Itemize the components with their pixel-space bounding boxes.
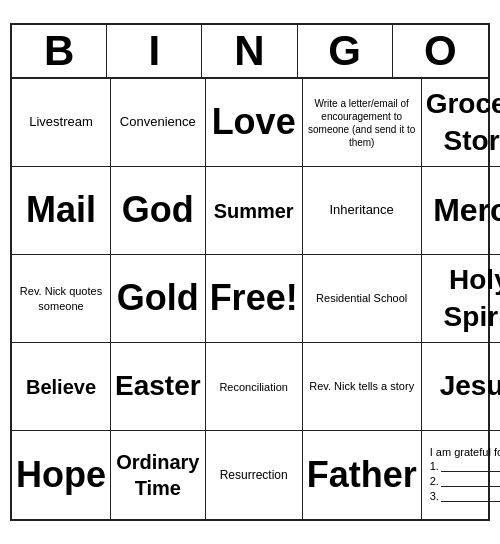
- cell-r2c2: Free!: [206, 255, 303, 343]
- cell-r3c2: Reconciliation: [206, 343, 303, 431]
- cell-r0c2: Love: [206, 79, 303, 167]
- grateful-line-3: 3.: [430, 490, 500, 502]
- grateful-title: I am grateful for:: [430, 446, 500, 458]
- cell-r0c3: Write a letter/email of encouragement to…: [303, 79, 422, 167]
- header-i: I: [107, 25, 202, 77]
- bingo-header: B I N G O: [12, 25, 488, 79]
- cell-r0c4: Grocery Store: [422, 79, 500, 167]
- cell-r2c1: Gold: [111, 255, 206, 343]
- cell-r2c4: Holy Spirit: [422, 255, 500, 343]
- cell-r3c0: Believe: [12, 343, 111, 431]
- cell-r0c0: Livestream: [12, 79, 111, 167]
- cell-r1c4: Mercy: [422, 167, 500, 255]
- cell-r4c2: Resurrection: [206, 431, 303, 519]
- cell-r1c1: God: [111, 167, 206, 255]
- cell-r4c1: Ordinary Time: [111, 431, 206, 519]
- grateful-line-1: 1.: [430, 460, 500, 472]
- bingo-card: B I N G O Livestream Convenience Love Wr…: [10, 23, 490, 521]
- header-g: G: [298, 25, 393, 77]
- cell-r3c1: Easter: [111, 343, 206, 431]
- cell-r1c3: Inheritance: [303, 167, 422, 255]
- cell-r0c1: Convenience: [111, 79, 206, 167]
- header-n: N: [202, 25, 297, 77]
- bingo-grid: Livestream Convenience Love Write a lett…: [12, 79, 488, 519]
- cell-r4c3: Father: [303, 431, 422, 519]
- grateful-section: I am grateful for: 1. 2. 3.: [426, 442, 500, 509]
- header-o: O: [393, 25, 488, 77]
- cell-r1c0: Mail: [12, 167, 111, 255]
- cell-r3c3: Rev. Nick tells a story: [303, 343, 422, 431]
- cell-r3c4: Jesus: [422, 343, 500, 431]
- cell-r1c2: Summer: [206, 167, 303, 255]
- cell-r4c4: I am grateful for: 1. 2. 3.: [422, 431, 500, 519]
- header-b: B: [12, 25, 107, 77]
- cell-r4c0: Hope: [12, 431, 111, 519]
- cell-r2c0: Rev. Nick quotes someone: [12, 255, 111, 343]
- grateful-line-2: 2.: [430, 475, 500, 487]
- cell-r2c3: Residential School: [303, 255, 422, 343]
